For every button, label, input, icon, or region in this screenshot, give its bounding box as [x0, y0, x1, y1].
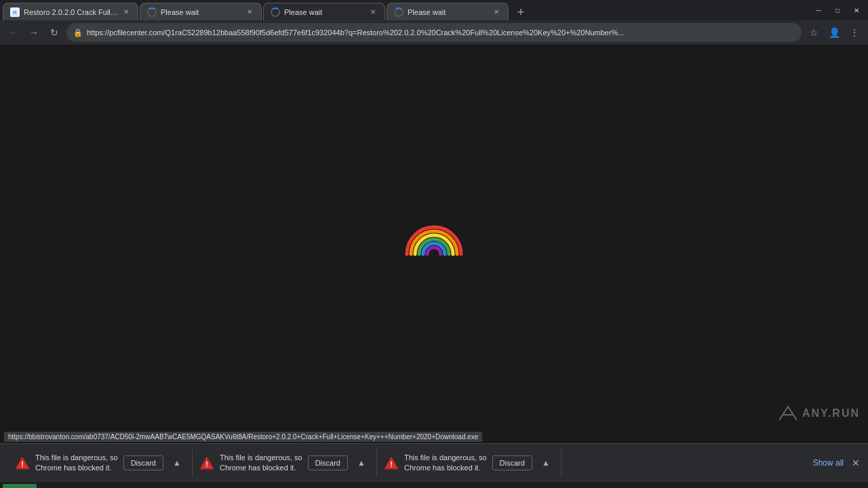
- tab-2[interactable]: Please wait ✕: [140, 3, 262, 20]
- maximize-button[interactable]: □: [829, 4, 846, 16]
- tab-favicon-3: [271, 7, 280, 17]
- minimize-button[interactable]: ─: [810, 4, 827, 16]
- url-text: https://pcfilecenter.com/Q1raC52289b12bb…: [87, 28, 795, 37]
- download-bar: ! This file is dangerous, so Chrome has …: [0, 443, 868, 481]
- title-bar: R Restoro 2.0.2.0 Crack Full License K ✕…: [0, 0, 868, 20]
- taskbar-media-icon[interactable]: 🎵: [73, 486, 90, 489]
- back-button[interactable]: ←: [5, 24, 22, 41]
- tab-favicon-2: [147, 7, 157, 17]
- warning-icon-2: !: [199, 455, 214, 470]
- start-button[interactable]: ⊞ Start: [3, 484, 37, 489]
- tab-3-close[interactable]: ✕: [368, 7, 378, 17]
- tab-1[interactable]: R Restoro 2.0.2.0 Crack Full License K ✕: [3, 3, 138, 20]
- new-tab-button[interactable]: +: [513, 4, 529, 20]
- tab-2-close[interactable]: ✕: [245, 7, 254, 17]
- profile-button[interactable]: 👤: [826, 24, 842, 41]
- status-url: https://bbistrovanton.com/ab0737/ACD50l-…: [4, 432, 482, 442]
- download-text-3: This file is dangerous, so Chrome has bl…: [404, 453, 487, 472]
- svg-text:!: !: [21, 460, 24, 468]
- warning-icon-1: !: [15, 455, 30, 470]
- taskbar-ie-icon[interactable]: 🌐: [38, 486, 54, 489]
- anyrun-watermark: ANY.RUN: [778, 405, 860, 422]
- menu-button[interactable]: ⋮: [846, 24, 863, 41]
- taskbar-chrome-icon[interactable]: [91, 486, 107, 489]
- tab-4-close[interactable]: ✕: [492, 7, 501, 17]
- refresh-button[interactable]: ↻: [46, 24, 62, 41]
- expand-button-3[interactable]: ▲: [538, 455, 554, 471]
- discard-button-3[interactable]: Discard: [492, 455, 532, 470]
- warning-icon-3: !: [384, 455, 399, 470]
- lock-icon: 🔒: [73, 28, 83, 37]
- close-download-bar-button[interactable]: ✕: [852, 458, 860, 468]
- address-input-container[interactable]: 🔒 https://pcfilecenter.com/Q1raC52289b12…: [66, 23, 802, 42]
- status-bar: https://bbistrovanton.com/ab0737/ACD50l-…: [0, 430, 868, 443]
- main-content: ANY.RUN: [0, 45, 868, 430]
- tab-favicon-1: R: [10, 7, 20, 17]
- close-button[interactable]: ✕: [848, 4, 865, 16]
- anyrun-text: ANY.RUN: [802, 407, 860, 420]
- taskbar-shield-icon[interactable]: !: [108, 486, 125, 489]
- svg-text:!: !: [205, 460, 208, 468]
- svg-text:!: !: [390, 460, 393, 468]
- tab-4[interactable]: Please wait ✕: [387, 3, 509, 20]
- expand-button-1[interactable]: ▲: [169, 455, 185, 471]
- tab-1-title: Restoro 2.0.2.0 Crack Full License K: [24, 8, 119, 16]
- expand-button-2[interactable]: ▲: [353, 455, 370, 471]
- taskbar-explorer-icon[interactable]: 📁: [56, 486, 72, 489]
- browser-window: R Restoro 2.0.2.0 Crack Full License K ✕…: [0, 0, 868, 488]
- download-text-1: This file is dangerous, so Chrome has bl…: [35, 453, 118, 472]
- tabs-container: R Restoro 2.0.2.0 Crack Full License K ✕…: [3, 0, 804, 20]
- download-text-2: This file is dangerous, so Chrome has bl…: [220, 453, 302, 472]
- forward-button[interactable]: →: [26, 24, 42, 41]
- address-bar: ← → ↻ 🔒 https://pcfilecenter.com/Q1raC52…: [0, 20, 868, 45]
- bookmark-button[interactable]: ☆: [806, 24, 822, 41]
- download-bar-right: Show all ✕: [813, 458, 860, 468]
- discard-button-2[interactable]: Discard: [308, 455, 348, 470]
- window-controls: ─ □ ✕: [810, 4, 865, 16]
- download-item-3: ! This file is dangerous, so Chrome has …: [377, 449, 561, 476]
- discard-button-1[interactable]: Discard: [123, 455, 163, 470]
- tab-4-title: Please wait: [408, 8, 489, 16]
- tab-favicon-4: [394, 7, 403, 17]
- tab-2-title: Please wait: [161, 8, 242, 16]
- tab-3[interactable]: Please wait ✕: [263, 3, 385, 20]
- svg-text:R: R: [13, 9, 18, 16]
- download-item-1: ! This file is dangerous, so Chrome has …: [8, 449, 193, 476]
- download-item-2: ! This file is dangerous, so Chrome has …: [193, 449, 377, 476]
- tab-3-title: Please wait: [284, 8, 366, 16]
- tab-1-close[interactable]: ✕: [121, 7, 131, 17]
- show-all-button[interactable]: Show all: [813, 458, 844, 468]
- taskbar: ⊞ Start 🌐 📁 🎵 ! 🔊 🌐 ⚡ 4:44 AM: [0, 481, 868, 488]
- rainbow-loader: [403, 217, 465, 258]
